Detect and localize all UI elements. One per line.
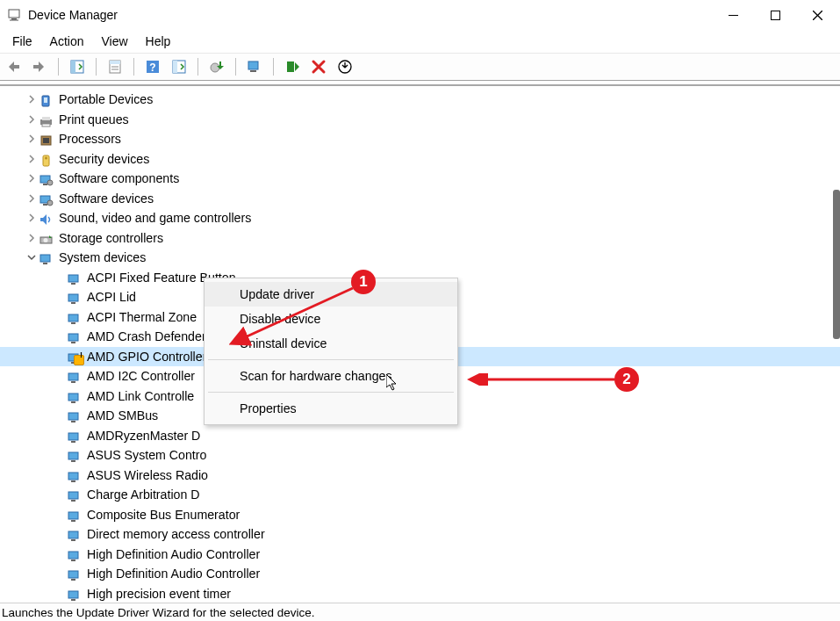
show-hide-tree-button[interactable] (66, 55, 89, 78)
chevron-right-icon[interactable] (25, 171, 39, 185)
minimize-button[interactable] (712, 0, 754, 30)
menu-action[interactable]: Action (41, 32, 93, 51)
device-label: AMD Crash Defender (87, 327, 206, 347)
tree-device[interactable]: AMDRyzenMaster D (0, 426, 840, 446)
enable-button[interactable] (281, 55, 304, 78)
device-icon (67, 430, 82, 442)
tree-category[interactable]: System devices (0, 248, 840, 268)
tree-device[interactable]: Direct memory access controller (0, 524, 840, 545)
menu-view[interactable]: View (92, 32, 136, 51)
svg-rect-8 (33, 65, 39, 69)
actions-button[interactable] (168, 55, 190, 78)
chevron-right-icon[interactable] (25, 92, 39, 106)
category-label: Processors (59, 129, 121, 149)
scan-button[interactable] (243, 55, 266, 78)
tree-category[interactable]: Security devices (0, 149, 840, 170)
tree-category[interactable]: Processors (0, 129, 840, 149)
svg-point-19 (211, 63, 219, 72)
svg-rect-52 (71, 362, 75, 364)
svg-rect-10 (71, 61, 75, 73)
context-uninstall-device[interactable]: Uninstall device (205, 331, 457, 356)
disable-button[interactable] (307, 55, 330, 78)
chevron-right-icon[interactable] (25, 132, 39, 146)
menu-help[interactable]: Help (137, 32, 180, 51)
help-button[interactable]: ? (141, 55, 164, 78)
context-scan-hardware[interactable]: Scan for hardware changes (205, 364, 457, 388)
svg-rect-66 (71, 500, 75, 502)
tree-device[interactable]: High precision event timer (0, 584, 840, 604)
svg-rect-76 (71, 599, 75, 601)
properties-button[interactable] (104, 55, 126, 78)
tree-device[interactable]: Composite Bus Enumerator (0, 505, 840, 525)
device-icon (67, 390, 82, 402)
chevron-right-icon[interactable] (25, 231, 39, 245)
svg-rect-56 (71, 401, 75, 403)
scrollbar-thumb[interactable] (833, 190, 840, 339)
update-driver-toolbar-button[interactable] (205, 55, 228, 78)
category-label: Portable Devices (59, 90, 153, 110)
device-label: AMD GPIO Controller (87, 347, 206, 367)
svg-rect-70 (71, 539, 75, 541)
tree-category[interactable]: Software devices (0, 189, 840, 209)
tree-category[interactable]: Storage controllers (0, 228, 840, 249)
category-label: Print queues (59, 110, 129, 130)
tree-category[interactable]: Print queues (0, 110, 840, 130)
svg-rect-45 (68, 294, 78, 301)
window-title: Device Manager (28, 8, 712, 22)
app-icon (7, 8, 21, 22)
device-label: ACPI Thermal Zone (87, 307, 197, 328)
menu-file[interactable]: File (4, 32, 41, 51)
svg-rect-42 (43, 263, 47, 264)
svg-rect-61 (68, 452, 78, 459)
back-button[interactable] (2, 55, 25, 78)
maximize-button[interactable] (754, 0, 796, 30)
device-label: AMD I2C Controller (87, 366, 195, 386)
context-disable-device[interactable]: Disable device (205, 307, 457, 331)
tree-category[interactable]: Software components (0, 169, 840, 189)
close-button[interactable] (796, 0, 838, 30)
tree-device[interactable]: ASUS Wireless Radio (0, 466, 840, 486)
svg-rect-7 (13, 65, 19, 69)
chevron-right-icon[interactable] (25, 112, 39, 126)
chevron-right-icon[interactable] (25, 211, 39, 225)
svg-rect-65 (68, 492, 78, 499)
tree-device[interactable]: ASUS System Contro (0, 445, 840, 466)
device-icon-warning (67, 350, 82, 363)
chevron-down-icon[interactable] (25, 250, 39, 264)
title-bar: Device Manager (0, 0, 840, 30)
svg-rect-72 (71, 560, 75, 561)
svg-rect-67 (68, 512, 78, 519)
svg-rect-43 (68, 275, 78, 282)
svg-point-40 (44, 238, 48, 242)
svg-rect-68 (71, 520, 75, 522)
category-label: Sound, video and game controllers (59, 208, 251, 228)
svg-point-35 (47, 180, 53, 185)
device-label: AMD Link Controlle (87, 386, 194, 407)
context-properties[interactable]: Properties (205, 396, 457, 421)
tree-device[interactable]: High Definition Audio Controller (0, 564, 840, 584)
svg-rect-73 (68, 571, 78, 578)
svg-rect-69 (68, 531, 78, 538)
device-label: AMDRyzenMaster D (87, 426, 200, 446)
device-icon (67, 509, 82, 521)
tree-device[interactable]: Charge Arbitration D (0, 485, 840, 505)
category-icon (39, 192, 54, 205)
tree-category[interactable]: Portable Devices (0, 90, 840, 110)
device-icon (67, 488, 82, 501)
uninstall-button[interactable] (334, 55, 356, 78)
forward-button[interactable] (28, 55, 51, 78)
svg-rect-37 (43, 204, 47, 206)
svg-point-32 (45, 156, 47, 159)
device-icon (67, 588, 82, 600)
chevron-right-icon[interactable] (25, 152, 39, 166)
svg-rect-41 (40, 255, 50, 262)
chevron-right-icon[interactable] (25, 191, 39, 206)
svg-rect-30 (43, 138, 49, 143)
svg-rect-59 (68, 433, 78, 440)
context-update-driver[interactable]: Update driver (205, 282, 457, 307)
tree-category[interactable]: Sound, video and game controllers (0, 208, 840, 228)
annotation-badge-2: 2 (614, 367, 639, 392)
tree-device[interactable]: High Definition Audio Controller (0, 545, 840, 565)
device-label: ASUS Wireless Radio (87, 466, 208, 486)
svg-rect-49 (68, 334, 78, 341)
